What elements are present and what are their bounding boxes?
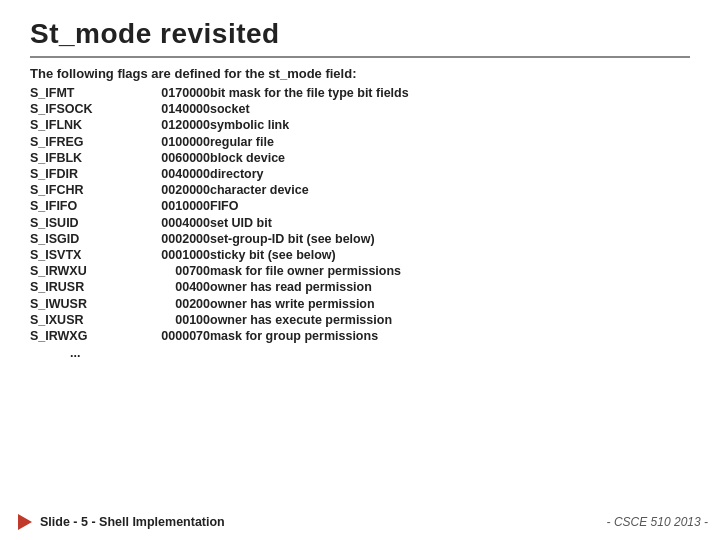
flag-name: S_IWUSR	[30, 295, 130, 311]
flag-desc: mask for file owner permissions	[210, 263, 690, 279]
flag-desc: mask for group permissions	[210, 328, 690, 344]
flag-name: S_IRWXU	[30, 263, 130, 279]
flag-name: S_IFREG	[30, 134, 130, 150]
flag-desc: owner has write permission	[210, 295, 690, 311]
flag-value: 0020000	[130, 182, 210, 198]
table-row: S_IFDIR0040000directory	[30, 166, 690, 182]
table-row: S_IXUSR00100owner has execute permission	[30, 312, 690, 328]
flag-name: S_ISGID	[30, 231, 130, 247]
ellipsis: ...	[30, 346, 690, 360]
flag-desc: block device	[210, 150, 690, 166]
flag-value: 0060000	[130, 150, 210, 166]
flag-name: S_IRUSR	[30, 279, 130, 295]
table-row: S_IRUSR00400owner has read permission	[30, 279, 690, 295]
flag-desc: set UID bit	[210, 215, 690, 231]
flag-desc: owner has read permission	[210, 279, 690, 295]
flag-desc: sticky bit (see below)	[210, 247, 690, 263]
table-row: S_IFBLK0060000block device	[30, 150, 690, 166]
flag-name: S_IXUSR	[30, 312, 130, 328]
flag-value: 0120000	[130, 117, 210, 133]
flag-desc: directory	[210, 166, 690, 182]
flag-value: 0170000	[130, 85, 210, 101]
table-row: S_IFCHR0020000character device	[30, 182, 690, 198]
flag-desc: socket	[210, 101, 690, 117]
flag-desc: set-group-ID bit (see below)	[210, 231, 690, 247]
flag-value: 0010000	[130, 198, 210, 214]
flag-desc: FIFO	[210, 198, 690, 214]
flag-name: S_IFSOCK	[30, 101, 130, 117]
flag-name: S_IFDIR	[30, 166, 130, 182]
flag-name: S_ISUID	[30, 215, 130, 231]
page-title: St_mode revisited	[30, 18, 690, 50]
flag-desc: character device	[210, 182, 690, 198]
flag-name: S_IFCHR	[30, 182, 130, 198]
table-row: S_IFREG0100000regular file	[30, 134, 690, 150]
table-row: S_IRWXG0000070mask for group permissions	[30, 328, 690, 344]
flag-name: S_IRWXG	[30, 328, 130, 344]
flag-name: S_IFMT	[30, 85, 130, 101]
flag-value: 0040000	[130, 166, 210, 182]
table-row: S_ISGID0002000set-group-ID bit (see belo…	[30, 231, 690, 247]
flag-value: 0002000	[130, 231, 210, 247]
flag-desc: bit mask for the file type bit fields	[210, 85, 690, 101]
table-row: S_IFMT0170000bit mask for the file type …	[30, 85, 690, 101]
table-row: S_ISVTX0001000sticky bit (see below)	[30, 247, 690, 263]
flag-desc: regular file	[210, 134, 690, 150]
table-row: S_IFSOCK0140000socket	[30, 101, 690, 117]
table-row: S_IFLNK0120000symbolic link	[30, 117, 690, 133]
footer-course-text: - CSCE 510 2013 -	[607, 515, 708, 529]
flag-name: S_IFBLK	[30, 150, 130, 166]
page: St_mode revisited The following flags ar…	[0, 0, 720, 540]
table-row: S_ISUID0004000set UID bit	[30, 215, 690, 231]
title-divider	[30, 56, 690, 58]
flag-name: S_IFIFO	[30, 198, 130, 214]
table-row: S_IFIFO0010000FIFO	[30, 198, 690, 214]
flag-value: 0100000	[130, 134, 210, 150]
footer-arrow-icon	[18, 514, 32, 530]
flag-value: 00400	[130, 279, 210, 295]
flag-value: 00200	[130, 295, 210, 311]
flag-name: S_IFLNK	[30, 117, 130, 133]
flag-value: 00100	[130, 312, 210, 328]
footer-slide-text: Slide - 5 - Shell Implementation	[40, 515, 225, 529]
flag-value: 0000070	[130, 328, 210, 344]
flag-value: 0140000	[130, 101, 210, 117]
footer: Slide - 5 - Shell Implementation - CSCE …	[0, 514, 720, 530]
flags-table: S_IFMT0170000bit mask for the file type …	[30, 85, 690, 344]
table-row: S_IRWXU00700mask for file owner permissi…	[30, 263, 690, 279]
footer-left: Slide - 5 - Shell Implementation	[18, 514, 225, 530]
flag-desc: symbolic link	[210, 117, 690, 133]
flag-desc: owner has execute permission	[210, 312, 690, 328]
flag-value: 00700	[130, 263, 210, 279]
flag-value: 0001000	[130, 247, 210, 263]
table-row: S_IWUSR00200owner has write permission	[30, 295, 690, 311]
flag-value: 0004000	[130, 215, 210, 231]
subtitle: The following flags are defined for the …	[30, 66, 690, 81]
flag-name: S_ISVTX	[30, 247, 130, 263]
